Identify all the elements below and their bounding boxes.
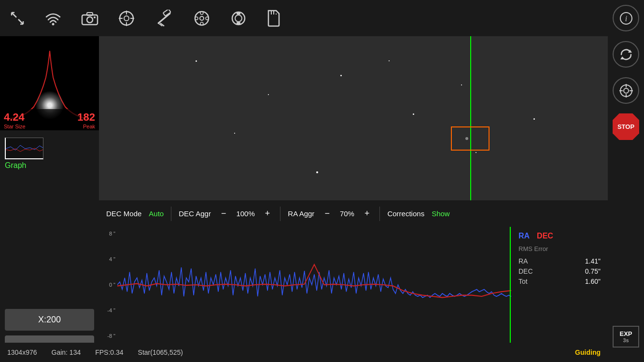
svg-marker-37 (620, 56, 624, 59)
camera-icon[interactable] (81, 11, 98, 26)
dec-aggr-value: 100% (236, 209, 254, 218)
peak-value: 182 (77, 111, 95, 124)
svg-point-6 (52, 23, 55, 25)
guide-box (451, 126, 490, 151)
focuser-icon[interactable] (230, 10, 247, 27)
dec-aggr-label: DEC Aggr (179, 209, 211, 218)
info-button[interactable]: i (613, 5, 639, 31)
collapse-icon[interactable] (10, 11, 25, 26)
dec-label: DEC (537, 232, 553, 240)
svg-point-21 (195, 12, 209, 25)
y-label-n8: -8 " (99, 333, 117, 339)
graph-label: Graph (5, 161, 26, 170)
star-size-label: Star Size (4, 124, 26, 129)
graph-area: 8 " 4 " 0 " -4 " -8 " RA DEC RMS Error (99, 227, 608, 343)
telescope-icon[interactable] (154, 10, 174, 27)
graph-section: Graph (0, 130, 99, 172)
x200-button[interactable]: X:200 (5, 309, 94, 331)
star-position: Star(1065,525) (138, 348, 183, 356)
star-preview: 4.24 Star Size 182 Peak (0, 36, 99, 130)
peak-label: Peak (77, 124, 95, 129)
status-bar: 1304x976 Gain: 134 FPS:0.34 Star(1065,52… (0, 343, 608, 362)
refresh-button[interactable] (613, 41, 639, 68)
star-dot (196, 60, 197, 62)
ra-key: RA (518, 257, 528, 265)
star-dot (340, 75, 342, 76)
svg-point-28 (235, 15, 242, 22)
exp-label: EXP (619, 330, 632, 337)
svg-text:i: i (625, 14, 627, 23)
divider (280, 207, 280, 221)
show-label[interactable]: Show (432, 209, 450, 218)
star-dot (316, 171, 318, 173)
star-stats: 4.24 Star Size 182 Peak (0, 109, 99, 130)
svg-rect-30 (237, 22, 240, 25)
svg-rect-46 (117, 227, 511, 343)
star-size-value: 4.24 (4, 111, 26, 124)
tot-stat-row: Tot 1.60" (518, 278, 601, 285)
guiding-status: Guiding (575, 348, 601, 356)
toolbar: ··· (0, 0, 644, 36)
ra-label: RA (518, 232, 530, 240)
dec-stat-row: DEC 0.75" (518, 267, 601, 275)
divider (379, 207, 380, 221)
svg-line-0 (12, 13, 16, 17)
star-dot (476, 152, 476, 153)
main-camera-view (99, 36, 608, 200)
star-dot (413, 113, 414, 115)
ra-aggr-plus-button[interactable]: + (362, 208, 373, 220)
star-dot (389, 60, 390, 61)
y-label-4: 4 " (99, 256, 117, 262)
star-dot (533, 118, 535, 120)
ra-value: 1.41" (585, 257, 601, 265)
rms-label: RMS Error (518, 245, 601, 252)
dec-mode-label: DEC Mode (106, 209, 141, 218)
gain-label: Gain: 134 (52, 348, 81, 356)
svg-rect-29 (237, 12, 240, 14)
target-button[interactable] (613, 77, 639, 104)
fps-label: FPS:0.34 (95, 348, 123, 356)
svg-rect-18 (163, 10, 171, 16)
dec-aggr-plus-button[interactable]: + (262, 208, 273, 220)
star-dot (268, 94, 269, 95)
exp-button[interactable]: EXP 3s (613, 326, 639, 348)
ra-stat-row: RA 1.41" (518, 257, 601, 265)
dec-value: 0.75" (585, 267, 601, 275)
svg-point-22 (200, 16, 204, 20)
ra-aggr-value: 70% (340, 209, 354, 218)
sd-card-icon[interactable] (266, 10, 281, 27)
dec-key: DEC (518, 267, 533, 275)
y-label-n4: -4 " (99, 307, 117, 313)
svg-point-8 (87, 17, 93, 23)
dec-aggr-minus-button[interactable]: − (218, 208, 229, 220)
y-label-8: 8 " (99, 231, 117, 237)
divider (171, 207, 171, 221)
graph-stats: RA DEC RMS Error RA 1.41" DEC 0.75" Tot … (511, 227, 608, 343)
graph-chart: 8 " 4 " 0 " -4 " -8 " (99, 227, 511, 343)
star-dot (461, 84, 462, 85)
svg-point-39 (624, 88, 629, 93)
stop-button[interactable]: STOP (613, 113, 639, 140)
exp-value: 3s (623, 337, 629, 343)
left-panel: 4.24 Star Size 182 Peak Graph X:200 Clea… (0, 36, 99, 362)
filter-wheel-icon[interactable] (193, 10, 210, 27)
svg-rect-9 (87, 13, 93, 15)
dec-mode-value: Auto (149, 209, 164, 218)
svg-point-12 (124, 16, 129, 21)
guide-dot (465, 137, 468, 140)
y-label-0: 0 " (99, 282, 117, 288)
svg-point-10 (94, 16, 96, 18)
crosshair-icon[interactable] (118, 10, 135, 27)
tot-key: Tot (518, 278, 528, 285)
guiding-chart (117, 227, 511, 343)
ra-aggr-label: RA Aggr (288, 209, 314, 218)
right-sidebar: i STOP EXP 3s (608, 0, 644, 362)
tot-value: 1.60" (585, 278, 601, 285)
ra-aggr-minus-button[interactable]: − (322, 208, 333, 220)
stats-header: RA DEC (518, 232, 601, 240)
resolution-label: 1304x976 (7, 348, 37, 356)
graph-thumbnail[interactable] (5, 138, 43, 159)
wifi-icon[interactable] (44, 11, 62, 26)
controls-bar: DEC Mode Auto DEC Aggr − 100% + RA Aggr … (99, 200, 608, 227)
y-axis: 8 " 4 " 0 " -4 " -8 " (99, 227, 117, 343)
